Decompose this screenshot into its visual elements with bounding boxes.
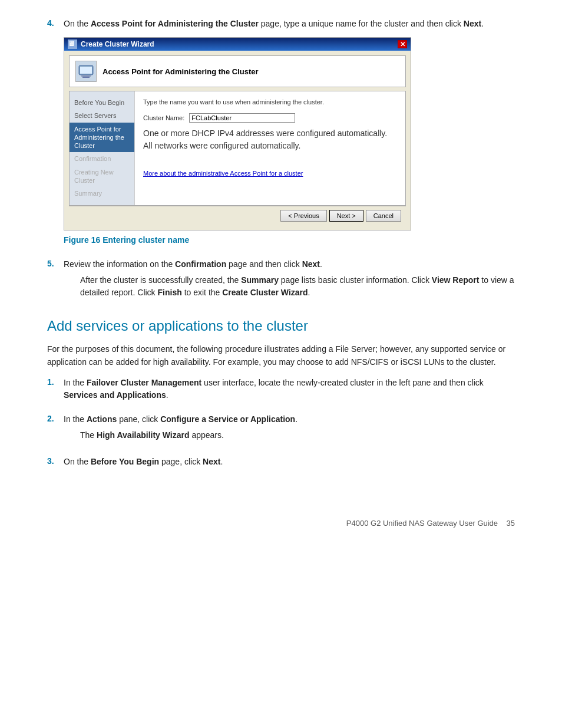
wizard-header: Access Point for Administering the Clust… — [69, 55, 406, 87]
svg-rect-1 — [80, 67, 92, 74]
sub-step-1-number: 1. — [47, 377, 64, 387]
page-footer: P4000 G2 Unified NAS Gateway User Guide … — [47, 519, 515, 528]
wizard-main: Before You Begin Select Servers Access P… — [69, 91, 406, 206]
wizard-cluster-name-row: Cluster Name: — [143, 113, 397, 123]
wizard-previous-button[interactable]: < Previous — [280, 210, 326, 222]
sub-step-1-content: In the Failover Cluster Management user … — [64, 377, 515, 405]
step-4-bold2: Next — [464, 19, 481, 28]
wizard-sidebar: Before You Begin Select Servers Access P… — [70, 91, 134, 205]
wizard-cancel-button[interactable]: Cancel — [366, 210, 401, 222]
sub-step-2-subtext: The High Availability Wizard appears. — [80, 429, 515, 442]
intro-paragraph: For the purposes of this document, the f… — [47, 342, 515, 369]
sub-step-2-number: 2. — [47, 413, 64, 423]
step-5-content: Review the information on the Confirmati… — [64, 258, 515, 305]
wizard-close-button[interactable]: ✕ — [398, 40, 407, 48]
step-5-number: 5. — [47, 258, 64, 268]
step-4-text: On the Access Point for Administering th… — [64, 18, 515, 30]
step-4-text-middle: page, type a unique name for the cluster… — [259, 19, 464, 28]
wizard-more-link[interactable]: More about the administrative Access Poi… — [143, 170, 397, 177]
cluster-name-input[interactable] — [189, 113, 295, 123]
wizard-footer: < Previous Next > Cancel — [69, 206, 406, 225]
sidebar-item-summary: Summary — [70, 187, 134, 200]
step-4: 4. On the Access Point for Administering… — [47, 18, 515, 250]
step-5-text: Review the information on the Confirmati… — [64, 258, 515, 271]
sub-step-3: 3. On the Before You Begin page, click N… — [47, 456, 515, 472]
sidebar-item-access-point: Access Point for Administering the Clust… — [70, 123, 134, 153]
section-heading: Add services or applications to the clus… — [47, 318, 515, 334]
sidebar-item-creating: Creating New Cluster — [70, 166, 134, 187]
svg-rect-3 — [82, 77, 90, 78]
wizard-content: Type the name you want to use when admin… — [134, 91, 405, 205]
step-4-text-end: . — [481, 19, 484, 28]
sub-step-3-number: 3. — [47, 456, 64, 466]
step-4-bold1: Access Point for Administering the Clust… — [91, 19, 259, 28]
step-4-text-before: On the — [64, 19, 91, 28]
sub-step-3-content: On the Before You Begin page, click Next… — [64, 456, 515, 472]
wizard-description: Type the name you want to use when admin… — [143, 97, 397, 107]
step-5: 5. Review the information on the Confirm… — [47, 258, 515, 305]
figure-caption: Figure 16 Entering cluster name — [64, 234, 515, 246]
wizard-header-title: Access Point for Administering the Clust… — [103, 67, 259, 76]
sub-step-1: 1. In the Failover Cluster Management us… — [47, 377, 515, 405]
sidebar-item-select-servers: Select Servers — [70, 109, 134, 122]
step-4-number: 4. — [47, 18, 64, 28]
wizard-titlebar-left: 🖥 Create Cluster Wizard — [68, 39, 154, 49]
sidebar-item-before-you-begin: Before You Begin — [70, 96, 134, 109]
wizard-body: Access Point for Administering the Clust… — [64, 51, 411, 230]
step-5-subtext: After the cluster is successfully create… — [80, 274, 515, 299]
svg-rect-2 — [81, 75, 91, 77]
wizard-header-icon — [75, 61, 97, 82]
footer-text: P4000 G2 Unified NAS Gateway User Guide … — [346, 519, 515, 528]
sub-step-2: 2. In the Actions pane, click Configure … — [47, 413, 515, 447]
sidebar-item-confirmation: Confirmation — [70, 152, 134, 165]
wizard-screenshot: 🖥 Create Cluster Wizard ✕ — [64, 37, 411, 230]
wizard-titlebar: 🖥 Create Cluster Wizard ✕ — [64, 38, 411, 51]
wizard-note: One or more DHCP IPv4 addresses were con… — [143, 127, 397, 152]
sub-step-2-content: In the Actions pane, click Configure a S… — [64, 413, 515, 447]
wizard-next-button[interactable]: Next > — [329, 210, 363, 222]
step-4-content: On the Access Point for Administering th… — [64, 18, 515, 250]
wizard-title-icon: 🖥 — [68, 39, 77, 49]
wizard-title-text: Create Cluster Wizard — [81, 40, 154, 48]
cluster-name-label: Cluster Name: — [143, 114, 184, 121]
